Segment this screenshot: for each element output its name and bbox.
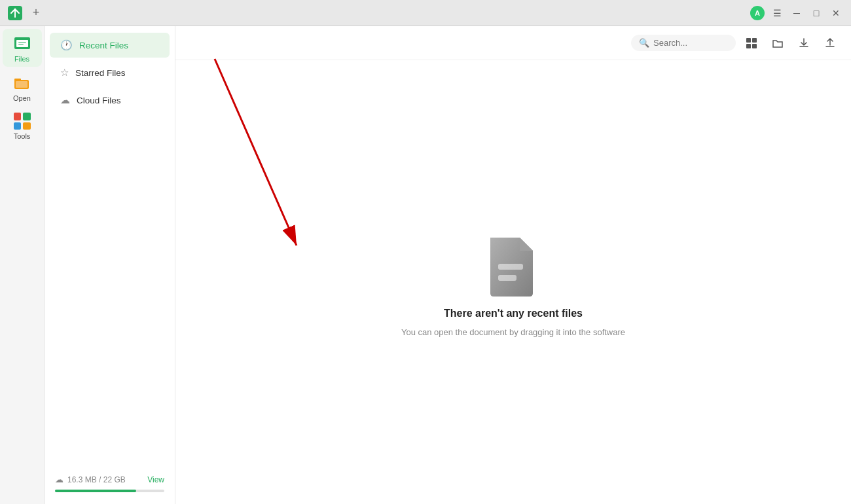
import-icon <box>798 37 810 49</box>
tools-icon <box>14 113 31 130</box>
export-button[interactable] <box>820 33 841 54</box>
export-icon <box>824 37 836 49</box>
nav-item-recent[interactable]: 🕐 Recent Files <box>50 33 170 58</box>
sidebar-item-tools[interactable]: Tools <box>3 107 42 144</box>
main-content: 🔍 <box>175 26 851 504</box>
storage-text: 16.3 MB / 22 GB <box>67 475 126 484</box>
recent-label: Recent Files <box>79 41 128 50</box>
app-logo-icon <box>8 6 22 20</box>
open-label: Open <box>13 94 31 102</box>
svg-rect-10 <box>746 44 751 48</box>
titlebar-right: A ☰ ─ □ ✕ <box>750 6 843 20</box>
storage-view-button[interactable]: View <box>147 475 164 484</box>
storage-bar-fill <box>55 490 136 492</box>
svg-rect-2 <box>16 40 28 47</box>
empty-title: There aren't any recent files <box>444 308 583 319</box>
search-box[interactable]: 🔍 <box>631 35 736 51</box>
minimize-button[interactable]: ─ <box>789 6 804 20</box>
svg-rect-8 <box>746 38 751 43</box>
svg-rect-13 <box>498 275 516 281</box>
svg-rect-12 <box>498 264 523 270</box>
import-button[interactable] <box>793 33 814 54</box>
storage-info: ☁ 16.3 MB / 22 GB View <box>45 468 175 499</box>
app-body: Files Open Tools 🕐 Recent F <box>0 26 851 504</box>
grid-view-button[interactable] <box>741 33 762 54</box>
svg-rect-3 <box>18 42 26 43</box>
file-illustration-icon <box>484 228 543 300</box>
folder-button[interactable] <box>767 33 788 54</box>
empty-state: There aren't any recent files You can op… <box>175 60 851 504</box>
empty-file-illustration <box>484 228 543 300</box>
files-icon <box>13 34 31 52</box>
recent-icon: 🕐 <box>60 39 73 51</box>
tools-label: Tools <box>14 132 31 140</box>
svg-rect-4 <box>18 44 24 45</box>
starred-icon: ☆ <box>60 67 69 79</box>
titlebar-left: + <box>8 6 43 20</box>
svg-rect-7 <box>16 81 27 88</box>
add-tab-button[interactable]: + <box>29 6 43 20</box>
cloud-icon: ☁ <box>60 94 70 106</box>
empty-subtitle: You can open the document by dragging it… <box>401 327 625 337</box>
cloud-label: Cloud Files <box>77 96 121 105</box>
sidebar-item-files[interactable]: Files <box>3 29 42 67</box>
nav-sidebar: 🕐 Recent Files ☆ Starred Files ☁ Cloud F… <box>45 26 175 504</box>
svg-rect-11 <box>752 44 757 48</box>
cloud-storage-icon: ☁ <box>55 475 63 484</box>
close-button[interactable]: ✕ <box>829 6 843 20</box>
grid-icon <box>746 37 757 49</box>
starred-label: Starred Files <box>75 68 126 78</box>
sidebar-item-open[interactable]: Open <box>3 68 42 106</box>
toolbar: 🔍 <box>175 26 851 60</box>
storage-bar <box>55 490 164 492</box>
nav-item-starred[interactable]: ☆ Starred Files <box>50 60 170 85</box>
search-input[interactable] <box>653 38 728 48</box>
search-icon: 🔍 <box>639 38 649 48</box>
icon-sidebar: Files Open Tools <box>0 26 45 504</box>
svg-rect-9 <box>752 38 757 43</box>
titlebar: + A ☰ ─ □ ✕ <box>0 0 851 26</box>
nav-item-cloud[interactable]: ☁ Cloud Files <box>50 88 170 113</box>
user-avatar[interactable]: A <box>750 6 765 20</box>
menu-button[interactable]: ☰ <box>770 6 784 20</box>
files-label: Files <box>14 55 29 63</box>
open-icon <box>13 73 31 92</box>
maximize-button[interactable]: □ <box>809 6 824 20</box>
folder-icon <box>772 37 784 49</box>
